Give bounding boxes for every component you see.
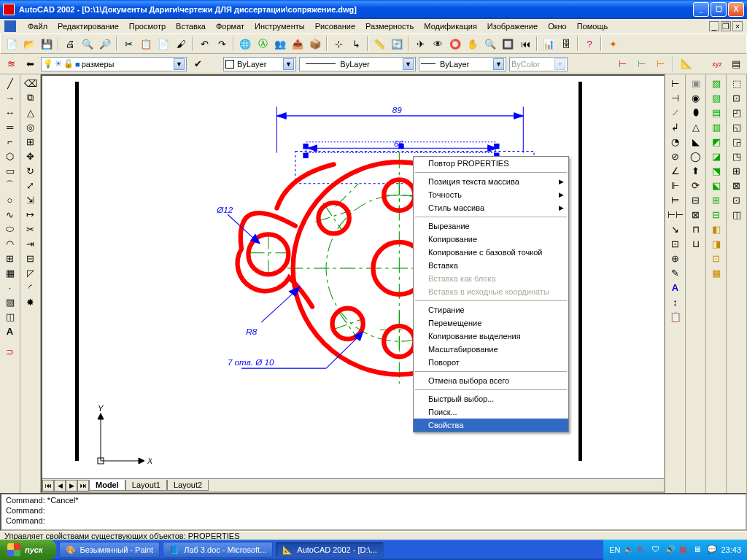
rev-icon[interactable]: ⟳ bbox=[687, 178, 705, 192]
preview-button[interactable]: 🔍 bbox=[80, 36, 96, 52]
s7-icon[interactable]: ⬔ bbox=[708, 163, 725, 178]
meet-button[interactable]: 👥 bbox=[272, 36, 288, 52]
tray-icon-4[interactable]: 🔊 bbox=[665, 545, 676, 555]
menu-file[interactable]: Файл bbox=[23, 20, 52, 32]
copy-button[interactable]: 📋 bbox=[138, 36, 154, 52]
ord-icon[interactable]: ↲ bbox=[667, 120, 684, 134]
mirror-icon[interactable]: △ bbox=[22, 105, 39, 120]
s4-icon[interactable]: ▥ bbox=[708, 120, 725, 134]
ted-icon[interactable]: A bbox=[667, 280, 684, 295]
ded-icon[interactable]: ✎ bbox=[667, 265, 684, 280]
ray-icon[interactable]: → bbox=[1, 90, 19, 105]
ang-icon[interactable]: ∠ bbox=[667, 163, 684, 178]
u1-icon[interactable]: ⬚ bbox=[728, 76, 746, 90]
ctx-qselect[interactable]: Быстрый выбор... bbox=[414, 392, 568, 405]
ctx-erase[interactable]: Стирание bbox=[414, 303, 568, 316]
menu-format[interactable]: Формат bbox=[212, 20, 249, 32]
ext-icon[interactable]: ⬆ bbox=[687, 163, 705, 178]
mdi-minimize[interactable]: _ bbox=[709, 21, 719, 31]
open-button[interactable]: 📂 bbox=[21, 36, 37, 52]
ctx-paste[interactable]: Вставка bbox=[414, 259, 568, 272]
namedviews-button[interactable]: 👁 bbox=[430, 36, 446, 52]
layers-button[interactable]: ≋ bbox=[3, 56, 19, 72]
scale-icon[interactable]: ⤢ bbox=[22, 178, 39, 192]
ctx-cut[interactable]: Вырезание bbox=[414, 219, 568, 233]
menu-window[interactable]: Окно bbox=[543, 20, 571, 32]
command-window[interactable]: Command: *Cancel* Command: Command: bbox=[0, 493, 747, 531]
ctx-copysel[interactable]: Копирование выделения bbox=[414, 330, 568, 343]
adim-icon[interactable]: ⟋ bbox=[667, 105, 684, 120]
dim1-button[interactable]: ⊢ bbox=[614, 56, 630, 72]
plotstyle-combo[interactable]: ByColor▼ bbox=[509, 57, 568, 71]
help-button[interactable]: ? bbox=[581, 36, 597, 52]
aec-button[interactable]: ✦ bbox=[605, 36, 621, 52]
menu-modify[interactable]: Модификация bbox=[419, 20, 481, 32]
taskbtn-word[interactable]: 📘Лаб 3.doc - Microsoft... bbox=[163, 542, 273, 558]
xyz-button[interactable]: xyz bbox=[709, 56, 725, 72]
zoomrt-button[interactable]: 🔍 bbox=[482, 36, 498, 52]
filter-button[interactable]: ▤ bbox=[728, 56, 744, 72]
dbconnect-button[interactable]: 🗄 bbox=[558, 36, 574, 52]
menu-edit[interactable]: Редактирование bbox=[53, 20, 123, 32]
tab-model[interactable]: Model bbox=[89, 480, 125, 491]
circle-icon[interactable]: ○ bbox=[1, 192, 19, 207]
menu-dimension[interactable]: Размерность bbox=[361, 20, 418, 32]
layer-combo[interactable]: 💡☀🔓■ размеры ▼ bbox=[41, 57, 187, 71]
ctx-rotate[interactable]: Поворот bbox=[414, 356, 568, 369]
s1-icon[interactable]: ▧ bbox=[708, 76, 725, 90]
tab-layout1[interactable]: Layout1 bbox=[125, 480, 167, 491]
vdim-icon[interactable]: ⊣ bbox=[667, 90, 684, 105]
s9-icon[interactable]: ⊞ bbox=[708, 192, 725, 207]
etransmit-button[interactable]: 📦 bbox=[307, 36, 323, 52]
save-button[interactable]: 💾 bbox=[39, 36, 55, 52]
trim-icon[interactable]: ✂ bbox=[22, 222, 39, 236]
ctx-properties[interactable]: Свойства bbox=[414, 419, 568, 432]
region-icon[interactable]: ◫ bbox=[1, 309, 19, 324]
u9-icon[interactable]: ⊡ bbox=[728, 192, 746, 207]
layerprev-button[interactable]: ⬅ bbox=[22, 56, 38, 72]
ellipse-icon[interactable]: ⬭ bbox=[1, 222, 19, 236]
cont-icon[interactable]: ⊢⊢ bbox=[667, 207, 684, 222]
taskbtn-acad[interactable]: 📐AutoCAD 2002 - [D:\... bbox=[276, 542, 383, 558]
autodesk-button[interactable]: Ⓐ bbox=[255, 36, 271, 52]
dup-icon[interactable]: ↕ bbox=[667, 295, 684, 309]
drawing-canvas[interactable]: 89 66 bbox=[41, 74, 665, 493]
box-icon[interactable]: ▣ bbox=[687, 76, 705, 90]
s11-icon[interactable]: ◧ bbox=[708, 222, 725, 236]
mdi-close[interactable]: × bbox=[732, 21, 743, 31]
menu-insert[interactable]: Вставка bbox=[171, 20, 210, 32]
match-button[interactable]: 🖌 bbox=[173, 36, 189, 52]
ctx-precision[interactable]: Точность▶ bbox=[414, 188, 568, 201]
tol-icon[interactable]: ⊡ bbox=[667, 236, 684, 251]
rect-icon[interactable]: ▭ bbox=[1, 163, 19, 178]
line-icon[interactable]: ╱ bbox=[1, 76, 19, 90]
menu-view[interactable]: Просмотр bbox=[125, 20, 170, 32]
ctx-repeat[interactable]: Повтор PROPERTIES bbox=[414, 157, 568, 170]
tab-last[interactable]: ⏭ bbox=[77, 480, 89, 491]
cen-icon[interactable]: ⊕ bbox=[667, 251, 684, 265]
xline-icon[interactable]: ↔ bbox=[1, 105, 19, 120]
linetype-combo[interactable]: ByLayer▼ bbox=[299, 57, 416, 71]
ctx-scale[interactable]: Масштабирование bbox=[414, 343, 568, 356]
new-button[interactable]: 📄 bbox=[4, 36, 20, 52]
offset-icon[interactable]: ◎ bbox=[22, 120, 39, 134]
zoomprev-button[interactable]: ⏮ bbox=[517, 36, 533, 52]
cut-button[interactable]: ✂ bbox=[120, 36, 136, 52]
minimize-button[interactable]: _ bbox=[693, 2, 709, 17]
tray-icon-7[interactable]: 💬 bbox=[707, 545, 717, 555]
cyl-icon[interactable]: ⬮ bbox=[687, 105, 705, 120]
redo-button[interactable]: ↷ bbox=[214, 36, 230, 52]
color-combo[interactable]: ByLayer▼ bbox=[223, 57, 296, 71]
block-icon[interactable]: ▦ bbox=[1, 265, 19, 280]
lead-icon[interactable]: ↘ bbox=[667, 222, 684, 236]
cone-icon[interactable]: △ bbox=[687, 120, 705, 134]
zoomwin-button[interactable]: 🔲 bbox=[500, 36, 516, 52]
props-button[interactable]: 📊 bbox=[541, 36, 557, 52]
move-icon[interactable]: ✥ bbox=[22, 149, 39, 163]
close-button[interactable]: X bbox=[728, 2, 744, 17]
tray-icon-3[interactable]: 🛡 bbox=[651, 545, 662, 555]
pline-icon[interactable]: ⌐ bbox=[1, 134, 19, 149]
ctx-deselect[interactable]: Отмена выбора всего bbox=[414, 374, 568, 387]
u6-icon[interactable]: ◳ bbox=[728, 149, 746, 163]
menu-draw[interactable]: Рисование bbox=[311, 20, 360, 32]
